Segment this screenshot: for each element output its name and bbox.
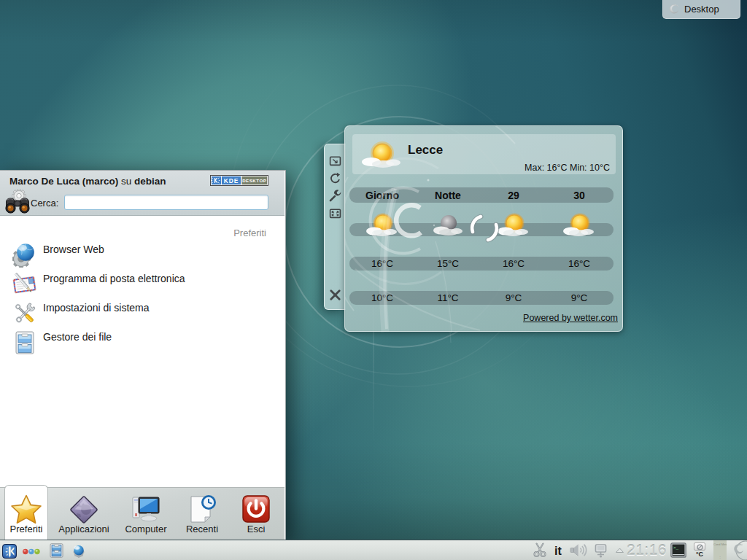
svg-text:>_: >_ — [673, 545, 679, 551]
svg-text:DESKTOP: DESKTOP — [242, 178, 266, 183]
svg-text:KDE: KDE — [224, 177, 239, 184]
